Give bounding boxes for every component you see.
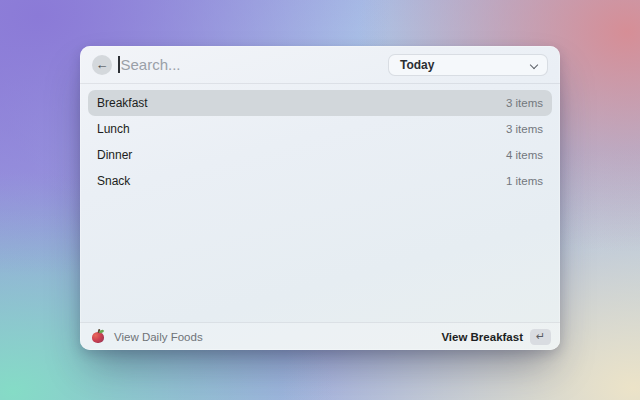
date-filter-value: Today	[400, 58, 434, 72]
list-item[interactable]: Lunch 3 items	[88, 116, 552, 142]
apple-body-shape	[92, 332, 104, 343]
command-source-label: View Daily Foods	[114, 331, 203, 343]
back-arrow-icon: ←	[96, 55, 109, 75]
action-bar: View Daily Foods View Breakfast ↵	[80, 322, 560, 350]
list-item-count: 3 items	[506, 123, 543, 135]
primary-action-label: View Breakfast	[441, 331, 523, 343]
search-bar: ← Today	[80, 46, 560, 84]
search-input[interactable]	[120, 56, 389, 73]
enter-key-icon: ↵	[530, 329, 551, 345]
list-item-count: 4 items	[506, 149, 543, 161]
list-item-label: Breakfast	[97, 96, 148, 110]
list-item-count: 3 items	[506, 97, 543, 109]
list-item[interactable]: Dinner 4 items	[88, 142, 552, 168]
launcher-window: ← Today Breakfast 3 items Lunch 3 items …	[80, 46, 560, 350]
meal-list: Breakfast 3 items Lunch 3 items Dinner 4…	[80, 84, 560, 322]
list-item[interactable]: Breakfast 3 items	[88, 90, 552, 116]
date-filter-dropdown[interactable]: Today	[388, 54, 548, 76]
list-item[interactable]: Snack 1 items	[88, 168, 552, 194]
primary-action[interactable]: View Breakfast ↵	[441, 329, 551, 345]
list-item-count: 1 items	[506, 175, 543, 187]
desktop-background: { "window": { "search": { "placeholder":…	[0, 0, 640, 400]
back-button[interactable]: ←	[92, 55, 112, 75]
chevron-down-icon	[530, 61, 538, 69]
apple-leaf-shape	[99, 329, 105, 333]
daily-foods-app-icon	[91, 329, 106, 344]
list-item-label: Lunch	[97, 122, 130, 136]
list-item-label: Dinner	[97, 148, 132, 162]
list-item-label: Snack	[97, 174, 130, 188]
